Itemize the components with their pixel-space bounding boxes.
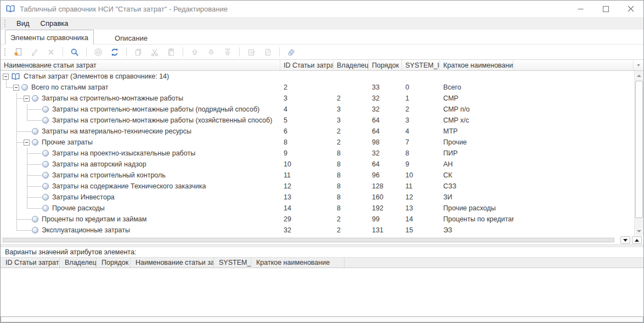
close-button[interactable]: [618, 1, 643, 17]
tree-expander-icon[interactable]: [3, 74, 9, 80]
menu-help[interactable]: Справка: [35, 19, 74, 27]
toolbar-separator: [126, 47, 127, 57]
grid-cell: ЭЗ: [440, 226, 513, 234]
triangle-down-icon: [637, 230, 641, 232]
tree-name-cell: Проценты по кредитам и займам: [1, 215, 280, 223]
menu-view[interactable]: Вид: [11, 19, 35, 27]
grid-cell: АН: [440, 160, 513, 168]
search-button[interactable]: [67, 46, 82, 59]
view-card-button[interactable]: [261, 46, 275, 59]
cut-button[interactable]: [148, 46, 162, 59]
sphere-icon: [42, 161, 49, 168]
clear-button[interactable]: [284, 46, 298, 59]
scroll-down-button[interactable]: [635, 226, 643, 236]
add-element-button[interactable]: [11, 46, 25, 59]
tree-name-cell: Затраты на авторский надзор: [1, 160, 280, 168]
edit-card-button[interactable]: [244, 46, 258, 59]
grid-cell: 4: [280, 105, 334, 113]
attr-column-header-system-id[interactable]: SYSTEM_ID: [214, 258, 251, 268]
column-menu-button[interactable]: [633, 60, 643, 70]
tree-expander-icon[interactable]: [24, 96, 30, 102]
table-row[interactable]: Затраты на материально-технические ресур…: [1, 126, 634, 137]
table-row[interactable]: Затраты на строительно-монтажные работы …: [1, 104, 634, 115]
table-row[interactable]: Затраты на строительно-монтажные работы3…: [1, 93, 634, 104]
table-row[interactable]: Затраты на содержание Технического заказ…: [1, 181, 634, 192]
tree-rows: Статьи затрат (Элементов в справочнике: …: [1, 71, 634, 236]
row-down-button[interactable]: [620, 236, 630, 244]
column-header-system-id[interactable]: SYSTEM_ID: [402, 60, 440, 70]
copy-button[interactable]: [131, 46, 145, 59]
arrow-down-icon: [207, 48, 216, 57]
column-header-order[interactable]: Порядок: [369, 60, 402, 70]
table-row[interactable]: Затраты на строительный контроль1189610С…: [1, 170, 634, 181]
table-row[interactable]: Затраты Инвестора13816012ЗИ: [1, 192, 634, 203]
grid-cell: 33: [369, 83, 402, 91]
horizontal-scrollbar[interactable]: [2, 237, 615, 243]
grid-cell: 99: [369, 215, 402, 223]
column-header-owner[interactable]: Владелец: [334, 60, 369, 70]
table-row[interactable]: Всего по статьям затрат2330Всего: [1, 82, 634, 93]
tree-grid-body: Статьи затрат (Элементов в справочнике: …: [1, 71, 634, 236]
tab-description[interactable]: Описание: [100, 31, 162, 44]
move-up-button[interactable]: [188, 46, 202, 59]
table-row[interactable]: Статьи затрат (Элементов в справочнике: …: [1, 71, 634, 82]
tree-expander-icon[interactable]: [24, 140, 30, 146]
attr-column-header-filler: [344, 258, 643, 268]
column-header-name[interactable]: Наименование статьи затрат: [1, 60, 280, 70]
attr-column-header-short-name[interactable]: Краткое наименование: [251, 258, 344, 268]
refresh-button[interactable]: [108, 46, 122, 59]
tree-item-label: Всего по статьям затрат: [31, 83, 109, 91]
grid-cell: 2: [334, 215, 369, 223]
scroll-up-button[interactable]: [635, 71, 643, 80]
move-down-button[interactable]: [204, 46, 218, 59]
table-row[interactable]: Затраты на авторский надзор108649АН: [1, 159, 634, 170]
delete-element-button[interactable]: [44, 46, 58, 59]
book-icon: [11, 73, 21, 81]
column-header-short-name[interactable]: Краткое наименование: [440, 60, 513, 70]
tree-item-label: Затраты на авторский надзор: [52, 160, 146, 168]
table-row[interactable]: Затраты на проектно-изыскательные работы…: [1, 148, 634, 159]
minimize-icon: [578, 6, 584, 12]
sphere-icon: [42, 205, 49, 211]
grid-cell: 2: [334, 226, 369, 234]
search-by-code-button[interactable]: @: [91, 46, 105, 59]
vertical-scrollbar-thumb[interactable]: [635, 81, 643, 218]
move-to-top-button[interactable]: [221, 46, 235, 59]
tree-item-label: Затраты Инвестора: [52, 193, 115, 201]
table-row[interactable]: Прочие затраты82987Прочие: [1, 137, 634, 148]
attr-column-header-name[interactable]: Наименование статьи затрат: [131, 258, 214, 268]
tree-expander-icon[interactable]: [13, 85, 19, 91]
column-header-id[interactable]: ID Статьи затрат: [280, 60, 334, 70]
edit-element-button[interactable]: [27, 46, 42, 59]
table-row[interactable]: Затраты на строительно-монтажные работы …: [1, 115, 634, 126]
tree-name-cell: Затраты Инвестора: [1, 193, 280, 201]
grid-cell: 64: [369, 160, 402, 168]
sphere-icon: [32, 128, 38, 135]
magnifier-icon: [70, 48, 79, 57]
grid-cell: 192: [369, 204, 402, 212]
grid-cell: 15: [402, 226, 440, 234]
paste-button[interactable]: [164, 46, 178, 59]
vertical-scrollbar[interactable]: [634, 71, 643, 236]
attr-column-header-order[interactable]: Порядок: [97, 258, 131, 268]
tree-item-label: Затраты на строительный контроль: [52, 171, 166, 179]
grid-cell: 131: [369, 226, 402, 234]
attr-column-header-id[interactable]: ID Статьи затрат: [1, 258, 60, 268]
tab-dictionary-elements[interactable]: Элементы справочника: [5, 30, 94, 44]
table-row[interactable]: Проценты по кредитам и займам2929914Проц…: [1, 214, 634, 225]
table-row[interactable]: Прочие расходы14819213Прочие расходы: [1, 203, 634, 214]
grid-cell: Прочие: [440, 138, 513, 146]
arrow-up-icon: [190, 48, 199, 57]
horizontal-scrollbar-thumb[interactable]: [3, 238, 614, 242]
attr-column-header-owner[interactable]: Владелец: [60, 258, 97, 268]
triangle-up-icon: [637, 75, 641, 77]
table-row[interactable]: Эксплуатационные затраты32213115ЭЗ: [1, 225, 634, 236]
grid-cell: 13: [280, 193, 334, 201]
maximize-button[interactable]: [593, 1, 618, 17]
minimize-button[interactable]: [568, 1, 593, 17]
page-edit-icon: [247, 48, 256, 57]
tree-item-label: Проценты по кредитам и займам: [42, 215, 146, 223]
row-up-button[interactable]: [632, 236, 642, 244]
chevron-down-icon: [637, 64, 640, 66]
tab-strip: Элементы справочника Описание: [1, 30, 643, 44]
